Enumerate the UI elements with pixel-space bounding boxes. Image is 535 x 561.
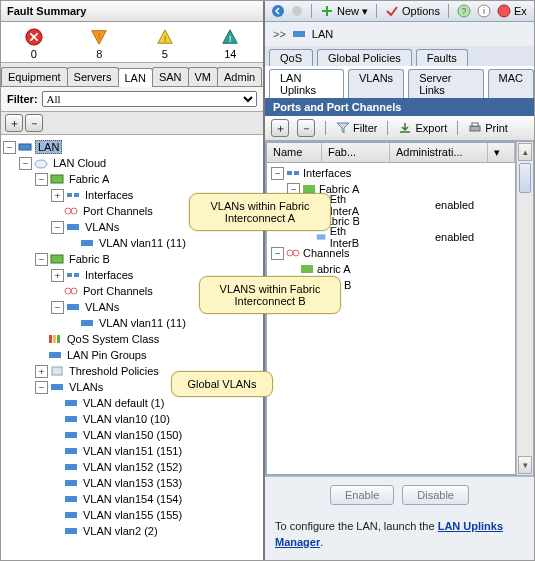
tab-server-links[interactable]: Server Links: [408, 69, 483, 98]
tree-lan-cloud[interactable]: LAN Cloud: [51, 157, 108, 169]
left-tabs: Equipment Servers LAN SAN VM Admin: [1, 63, 263, 87]
export-button[interactable]: Export: [398, 122, 447, 134]
grid-expand-button[interactable]: ＋: [271, 119, 289, 137]
svg-rect-34: [65, 528, 77, 534]
tree-fabric-b[interactable]: Fabric B: [67, 253, 112, 265]
back-icon[interactable]: [271, 4, 285, 18]
scroll-thumb[interactable]: [519, 163, 531, 193]
expand-button[interactable]: ＋: [5, 114, 23, 132]
tree-global-vlan[interactable]: VLAN vlan155 (155): [81, 509, 184, 521]
tree-global-vlan[interactable]: VLAN vlan153 (153): [81, 477, 184, 489]
tree-vlan11-b[interactable]: VLAN vlan11 (11): [97, 317, 188, 329]
twisty-icon[interactable]: −: [3, 141, 16, 154]
svg-rect-33: [65, 512, 77, 518]
chevron-down-icon: ▾: [362, 5, 368, 18]
tree-fabric-a[interactable]: Fabric A: [67, 173, 111, 185]
info-icon[interactable]: i: [477, 4, 491, 18]
tree-global-vlan[interactable]: VLAN vlan154 (154): [81, 493, 184, 505]
callout-fabric-a: VLANs within Fabric Interconnect A: [189, 193, 331, 231]
svg-point-9: [65, 208, 71, 214]
svg-rect-49: [303, 185, 315, 193]
tab-lan-uplinks[interactable]: LAN Uplinks: [269, 69, 344, 98]
tree-global-vlan[interactable]: VLAN vlan2 (2): [81, 525, 160, 537]
new-button[interactable]: New▾: [320, 4, 368, 18]
col-admin[interactable]: Administrati...: [390, 143, 488, 162]
port-channels-icon: [64, 285, 78, 297]
svg-point-54: [293, 250, 299, 256]
options-button[interactable]: Options: [385, 4, 440, 18]
exit-button[interactable]: Ex: [497, 4, 527, 18]
col-menu[interactable]: ▾: [488, 143, 515, 162]
tree-global-vlan[interactable]: VLAN vlan152 (152): [81, 461, 184, 473]
fault-critical[interactable]: 0: [25, 28, 43, 60]
tree-qos[interactable]: QoS System Class: [65, 333, 161, 345]
fault-warning[interactable]: ! 14: [221, 28, 239, 60]
tree-vlans-global[interactable]: VLANs: [67, 381, 105, 393]
vlan-icon: [64, 477, 78, 489]
col-name[interactable]: Name: [267, 143, 322, 162]
tree-portchannels-a[interactable]: Port Channels: [81, 205, 155, 217]
grid-eth-b[interactable]: Eth InterB: [330, 225, 372, 249]
tab-faults[interactable]: Faults: [416, 49, 468, 66]
tree-vlan11-a[interactable]: VLAN vlan11 (11): [97, 237, 188, 249]
grid-interfaces[interactable]: Interfaces: [303, 167, 351, 179]
grid-ch-a[interactable]: abric A: [317, 263, 351, 275]
tree-vlans-a[interactable]: VLANs: [83, 221, 121, 233]
svg-text:?: ?: [461, 6, 466, 16]
enable-button[interactable]: Enable: [330, 485, 394, 505]
filter-select[interactable]: All: [42, 91, 257, 107]
tree-pin-groups[interactable]: LAN Pin Groups: [65, 349, 148, 361]
grid-collapse-button[interactable]: －: [297, 119, 315, 137]
scroll-down-icon[interactable]: ▾: [518, 456, 532, 474]
collapse-button[interactable]: －: [25, 114, 43, 132]
tree-interfaces-a[interactable]: Interfaces: [83, 189, 135, 201]
svg-rect-30: [65, 464, 77, 470]
svg-rect-48: [294, 171, 299, 175]
tree-interfaces-b[interactable]: Interfaces: [83, 269, 135, 281]
tree-global-vlan[interactable]: VLAN vlan150 (150): [81, 429, 184, 441]
scroll-up-icon[interactable]: ▴: [518, 143, 532, 161]
tab-san[interactable]: SAN: [152, 67, 189, 86]
svg-rect-6: [51, 175, 63, 183]
grid-eth-a[interactable]: Eth InterA: [330, 193, 372, 217]
svg-rect-32: [65, 496, 77, 502]
tree-global-vlan[interactable]: VLAN vlan10 (10): [81, 413, 172, 425]
grid-scrollbar[interactable]: ▴ ▾: [516, 142, 533, 475]
tree-global-vlan[interactable]: VLAN default (1): [81, 397, 166, 409]
callout-global: Global VLANs: [171, 371, 273, 397]
svg-text:!: !: [163, 33, 166, 44]
grid-channels[interactable]: Channels: [303, 247, 349, 259]
fault-minor[interactable]: ! 5: [156, 28, 174, 60]
forward-icon[interactable]: [291, 5, 303, 17]
disable-button[interactable]: Disable: [402, 485, 469, 505]
grid-eth-a-state: enabled: [431, 199, 515, 211]
tab-admin[interactable]: Admin: [217, 67, 262, 86]
tab-qos[interactable]: QoS: [269, 49, 313, 66]
fault-major[interactable]: ! 8: [90, 28, 108, 60]
tab-mac[interactable]: MAC: [488, 69, 534, 98]
x-circle-icon: [25, 28, 43, 46]
tab-vm[interactable]: VM: [188, 67, 219, 86]
help-icon[interactable]: ?: [457, 4, 471, 18]
col-fab[interactable]: Fab...: [322, 143, 390, 162]
vlan-icon: [64, 445, 78, 457]
tab-vlans[interactable]: VLANs: [348, 69, 404, 98]
tree-portchannels-b[interactable]: Port Channels: [81, 285, 155, 297]
filter-button[interactable]: Filter: [336, 122, 377, 134]
vlans-icon: [50, 381, 64, 393]
tab-servers[interactable]: Servers: [67, 67, 119, 86]
svg-rect-26: [65, 400, 77, 406]
footer-hint: To configure the LAN, launch the LAN Upl…: [265, 513, 534, 560]
vlan-icon: [64, 493, 78, 505]
fabric-icon: [50, 253, 64, 265]
breadcrumb-lan[interactable]: LAN: [312, 28, 333, 40]
tab-equipment[interactable]: Equipment: [1, 67, 68, 86]
tree-global-vlan[interactable]: VLAN vlan151 (151): [81, 445, 184, 457]
triangle-down-icon: !: [90, 28, 108, 46]
print-button[interactable]: Print: [468, 122, 508, 134]
tree-vlans-b[interactable]: VLANs: [83, 301, 121, 313]
tree-threshold[interactable]: Threshold Policies: [67, 365, 161, 377]
tab-lan[interactable]: LAN: [118, 68, 153, 87]
tab-global-policies[interactable]: Global Policies: [317, 49, 412, 66]
tree-lan-root[interactable]: LAN: [35, 140, 62, 154]
